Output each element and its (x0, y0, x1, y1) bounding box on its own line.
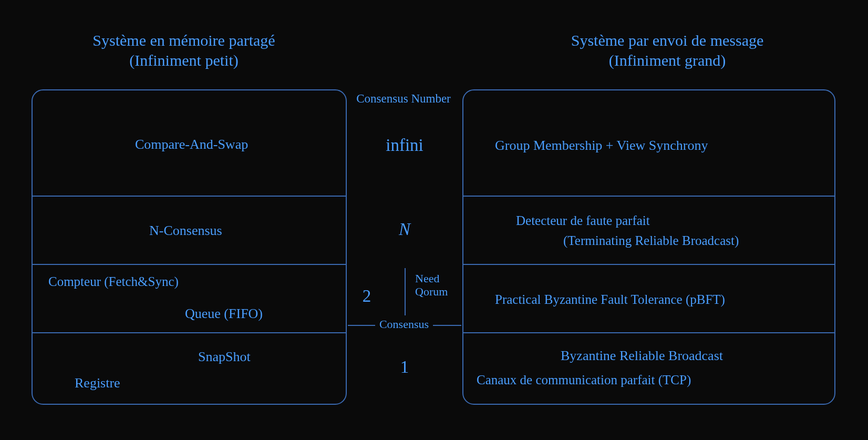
center-consensus-word: Consensus (375, 318, 433, 331)
need-line2: Qorum (415, 285, 448, 299)
title-right-line2: (Infiniment grand) (520, 50, 814, 70)
right-cell-tcp: Canaux de communication parfait (TCP) (477, 373, 691, 387)
right-cell-pbft: Practical Byzantine Fault Tolerance (pBF… (495, 292, 725, 307)
title-right-line1: Système par envoi de message (520, 30, 814, 50)
center-header: Consensus Number (347, 92, 460, 106)
center-vsep (405, 268, 406, 315)
center-N: N (378, 220, 431, 239)
left-cell-queue: Queue (FIFO) (185, 306, 263, 322)
left-cell-compteur: Compteur (Fetch&Sync) (48, 274, 179, 289)
left-cell-nconsensus: N-Consensus (149, 223, 222, 239)
center-need-qorum: Need Qorum (415, 272, 448, 298)
right-row-4: Byzantine Reliable Broadcast Canaux de c… (463, 332, 834, 406)
right-cell-brb: Byzantine Reliable Broadcast (561, 348, 723, 364)
center-two: 2 (356, 286, 377, 306)
left-row-4: SnapShot Registre (33, 332, 346, 406)
right-row-3: Practical Byzantine Fault Tolerance (pBF… (463, 264, 834, 332)
right-cell-terminating: (Terminating Reliable Broadcast) (563, 233, 739, 248)
title-right: Système par envoi de message (Infiniment… (520, 30, 814, 70)
left-box: Compare-And-Swap N-Consensus Compteur (F… (32, 89, 347, 405)
right-row-2: Detecteur de faute parfait (Terminating … (463, 196, 834, 264)
left-row-1: Compare-And-Swap (33, 90, 346, 196)
left-cell-registre: Registre (75, 375, 120, 391)
right-cell-detecteur: Detecteur de faute parfait (516, 213, 650, 228)
center-infini: infini (378, 136, 431, 155)
title-left-line1: Système en mémoire partagé (37, 30, 331, 50)
left-cell-cas: Compare-And-Swap (135, 137, 248, 152)
left-row-2: N-Consensus (33, 196, 346, 264)
diagram-canvas: Système en mémoire partagé (Infiniment p… (0, 0, 868, 440)
consensus-divider-left (348, 325, 375, 326)
title-left: Système en mémoire partagé (Infiniment p… (37, 30, 331, 70)
center-one: 1 (378, 357, 431, 377)
consensus-divider-right (433, 325, 461, 326)
right-box: Group Membership + View Synchrony Detect… (462, 89, 835, 405)
left-cell-snapshot: SnapShot (198, 349, 251, 365)
right-row-1: Group Membership + View Synchrony (463, 90, 834, 196)
right-cell-groupmembership: Group Membership + View Synchrony (495, 138, 708, 154)
need-line1: Need (415, 272, 448, 285)
left-row-3: Compteur (Fetch&Sync) Queue (FIFO) (33, 264, 346, 332)
title-left-line2: (Infiniment petit) (37, 50, 331, 70)
